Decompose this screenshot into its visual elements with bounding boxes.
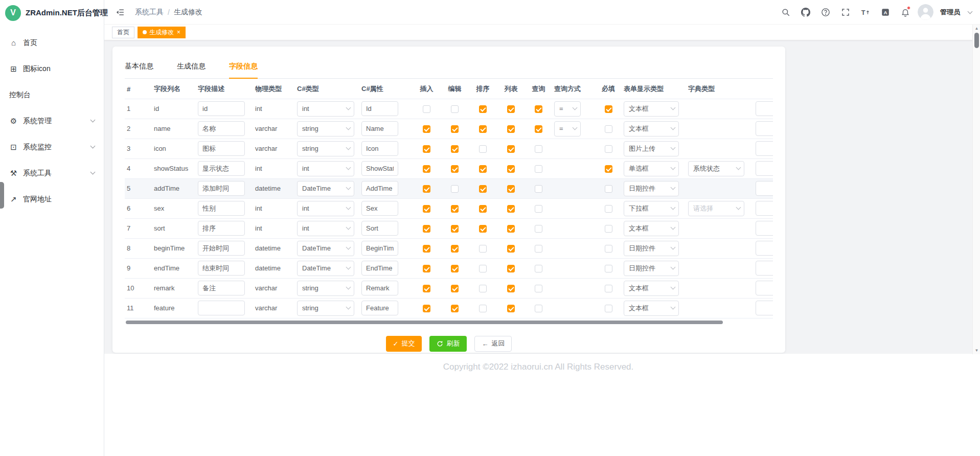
description-input[interactable]	[198, 161, 245, 176]
extra-input[interactable]	[756, 201, 773, 216]
github-icon[interactable]	[798, 5, 813, 20]
close-icon[interactable]: ×	[177, 29, 180, 35]
csharp-type-select[interactable]: int	[297, 101, 354, 117]
required-checkbox[interactable]	[605, 105, 612, 113]
back-button[interactable]: ← 返回	[474, 336, 512, 352]
list-checkbox[interactable]	[507, 245, 515, 253]
user-name[interactable]: 管理员	[940, 8, 960, 17]
insert-checkbox[interactable]	[423, 165, 430, 173]
csharp-property-input[interactable]	[361, 241, 398, 256]
list-checkbox[interactable]	[507, 265, 515, 272]
list-checkbox[interactable]	[507, 105, 515, 113]
sort-checkbox[interactable]	[479, 305, 487, 312]
query-checkbox[interactable]	[535, 225, 542, 233]
query-checkbox[interactable]	[535, 185, 542, 193]
refresh-button[interactable]: 刷新	[429, 336, 467, 352]
required-checkbox[interactable]	[605, 145, 612, 153]
edit-checkbox[interactable]	[451, 165, 459, 173]
extra-input[interactable]	[756, 101, 773, 116]
description-input[interactable]	[198, 181, 245, 196]
search-icon[interactable]	[778, 5, 793, 20]
required-checkbox[interactable]	[605, 185, 612, 193]
csharp-property-input[interactable]	[361, 261, 398, 276]
required-checkbox[interactable]	[605, 125, 612, 133]
csharp-type-select[interactable]: DateTime	[297, 261, 354, 276]
display-type-select[interactable]: 文本框	[624, 221, 679, 236]
edit-checkbox[interactable]	[451, 245, 459, 253]
font-size-icon[interactable]: T	[858, 5, 873, 20]
sidebar-item-home[interactable]: ⌂首页	[0, 30, 104, 56]
extra-input[interactable]	[756, 141, 773, 156]
extra-input[interactable]	[756, 241, 773, 256]
query-checkbox[interactable]	[535, 125, 542, 133]
tab-basic-info[interactable]: 基本信息	[125, 60, 153, 78]
vertical-scrollbar-thumb[interactable]	[974, 33, 979, 48]
description-input[interactable]	[198, 241, 245, 256]
sort-checkbox[interactable]	[479, 205, 487, 213]
insert-checkbox[interactable]	[423, 105, 430, 113]
csharp-type-select[interactable]: string	[297, 301, 354, 316]
sort-checkbox[interactable]	[479, 285, 487, 292]
tag-gen-edit[interactable]: 生成修改×	[138, 27, 186, 38]
display-type-select[interactable]: 单选框	[624, 161, 679, 176]
scroll-down-arrow[interactable]: ▼	[973, 347, 980, 354]
description-input[interactable]	[198, 261, 245, 276]
display-type-select[interactable]: 文本框	[624, 121, 679, 136]
edit-checkbox[interactable]	[451, 285, 459, 292]
list-checkbox[interactable]	[507, 285, 515, 292]
app-logo[interactable]: V ZRAdmin.NET后台管理	[0, 0, 104, 26]
description-input[interactable]	[198, 281, 245, 295]
sort-checkbox[interactable]	[479, 105, 487, 113]
query-checkbox[interactable]	[535, 285, 542, 292]
extra-input[interactable]	[756, 281, 773, 295]
query-mode-select[interactable]: =	[554, 101, 581, 117]
insert-checkbox[interactable]	[423, 265, 430, 272]
required-checkbox[interactable]	[605, 205, 612, 213]
list-checkbox[interactable]	[507, 205, 515, 213]
display-type-select[interactable]: 日期控件	[624, 241, 679, 256]
csharp-type-select[interactable]: DateTime	[297, 181, 354, 196]
bell-icon[interactable]	[898, 5, 913, 20]
csharp-property-input[interactable]	[361, 221, 398, 236]
sort-checkbox[interactable]	[479, 225, 487, 233]
sort-checkbox[interactable]	[479, 245, 487, 253]
description-input[interactable]	[198, 101, 245, 116]
list-checkbox[interactable]	[507, 225, 515, 233]
vertical-scrollbar[interactable]: ▲ ▼	[972, 25, 980, 354]
insert-checkbox[interactable]	[423, 285, 430, 292]
csharp-property-input[interactable]	[361, 281, 398, 295]
edit-checkbox[interactable]	[451, 205, 459, 213]
csharp-property-input[interactable]	[361, 161, 398, 176]
fullscreen-icon[interactable]	[838, 5, 853, 20]
insert-checkbox[interactable]	[423, 125, 430, 133]
extra-input[interactable]	[756, 161, 773, 176]
query-checkbox[interactable]	[535, 105, 542, 113]
sort-checkbox[interactable]	[479, 185, 487, 193]
list-checkbox[interactable]	[507, 165, 515, 173]
description-input[interactable]	[198, 141, 245, 156]
required-checkbox[interactable]	[605, 265, 612, 272]
query-checkbox[interactable]	[535, 305, 542, 312]
list-checkbox[interactable]	[507, 185, 515, 193]
insert-checkbox[interactable]	[423, 145, 430, 153]
edit-checkbox[interactable]	[451, 225, 459, 233]
edit-checkbox[interactable]	[451, 185, 459, 193]
help-icon[interactable]	[818, 5, 833, 20]
query-mode-select[interactable]: =	[554, 121, 581, 136]
menu-fold-icon[interactable]	[112, 5, 128, 20]
csharp-property-input[interactable]	[361, 181, 398, 196]
description-input[interactable]	[198, 201, 245, 216]
edit-checkbox[interactable]	[451, 305, 459, 312]
tab-field-info[interactable]: 字段信息	[229, 60, 258, 78]
csharp-type-select[interactable]: int	[297, 201, 354, 216]
sidebar-scrollbar-thumb[interactable]	[0, 182, 4, 209]
dict-type-select[interactable]: 系统状态	[688, 161, 744, 176]
csharp-property-input[interactable]	[361, 101, 398, 116]
display-type-select[interactable]: 文本框	[624, 101, 679, 117]
query-checkbox[interactable]	[535, 265, 542, 272]
sidebar-item-official-site[interactable]: ↗官网地址	[0, 186, 104, 212]
description-input[interactable]	[198, 121, 245, 136]
query-checkbox[interactable]	[535, 165, 542, 173]
query-checkbox[interactable]	[535, 145, 542, 153]
edit-checkbox[interactable]	[451, 105, 459, 113]
